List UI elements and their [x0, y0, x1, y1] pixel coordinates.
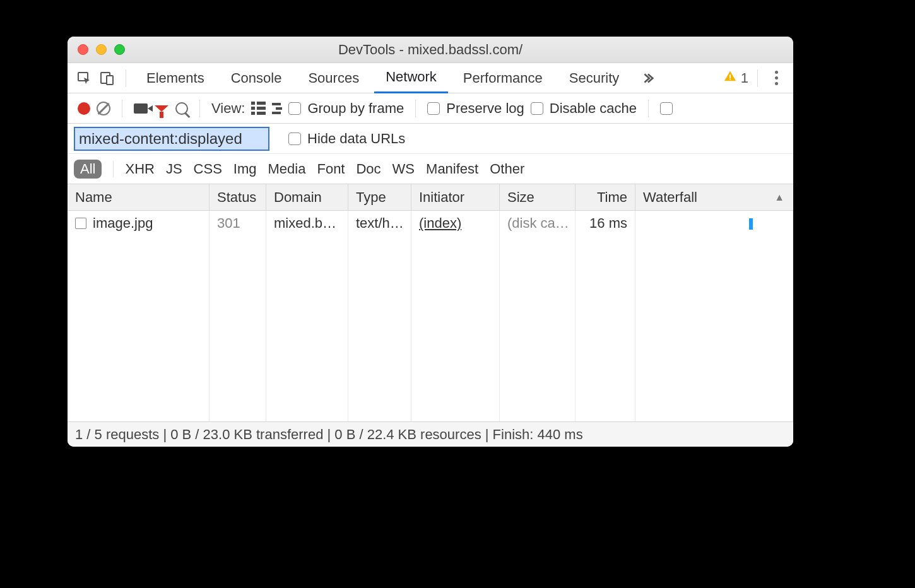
- filter-icon[interactable]: [154, 105, 169, 112]
- search-icon[interactable]: [175, 102, 188, 115]
- main-tabbar: Elements Console Sources Network Perform…: [68, 63, 793, 93]
- screenshots-icon[interactable]: [134, 103, 148, 114]
- cell-domain: mixed.b…: [266, 211, 348, 236]
- warnings-badge[interactable]: 1: [723, 69, 748, 87]
- titlebar: DevTools - mixed.badssl.com/: [68, 37, 793, 63]
- checkbox-icon: [660, 102, 673, 115]
- tab-network[interactable]: Network: [374, 63, 448, 93]
- type-filters: All XHR JS CSS Img Media Font Doc WS Man…: [68, 154, 793, 184]
- waterfall-bar: [749, 218, 753, 230]
- filter-doc[interactable]: Doc: [356, 161, 381, 177]
- cell-time: 16 ms: [576, 211, 635, 236]
- requests-table: Name Status Domain Type Initiator Size T…: [68, 184, 793, 421]
- preserve-log-option[interactable]: Preserve log: [427, 100, 524, 117]
- warning-icon: [723, 69, 737, 87]
- separator: [199, 100, 200, 117]
- file-icon: [75, 218, 86, 229]
- warnings-count: 1: [741, 70, 748, 86]
- cell-type: text/h…: [348, 211, 411, 236]
- group-by-frame-label: Group by frame: [307, 100, 404, 117]
- window-controls: [78, 44, 125, 55]
- disable-cache-option[interactable]: Disable cache: [531, 100, 637, 117]
- filter-all[interactable]: All: [74, 160, 102, 179]
- checkbox-icon: [427, 102, 440, 115]
- filter-bar: Hide data URLs: [68, 124, 793, 154]
- filter-media[interactable]: Media: [268, 161, 306, 177]
- filter-ws[interactable]: WS: [393, 161, 415, 177]
- tab-elements[interactable]: Elements: [135, 63, 216, 93]
- svg-rect-2: [107, 76, 113, 85]
- tab-performance[interactable]: Performance: [452, 63, 554, 93]
- separator: [113, 161, 114, 177]
- col-waterfall[interactable]: Waterfall ▲: [635, 184, 793, 210]
- filter-css[interactable]: CSS: [194, 161, 222, 177]
- devtools-window: DevTools - mixed.badssl.com/ Elements Co…: [68, 37, 793, 447]
- group-by-frame-option[interactable]: Group by frame: [288, 100, 404, 117]
- cell-size: (disk ca…: [500, 211, 576, 236]
- separator: [122, 100, 122, 117]
- tab-console[interactable]: Console: [220, 63, 293, 93]
- checkbox-icon: [288, 132, 301, 145]
- col-status[interactable]: Status: [210, 184, 266, 210]
- filter-js[interactable]: JS: [166, 161, 182, 177]
- cell-waterfall: [635, 211, 793, 236]
- network-toolbar: View: Group by frame Preserve log Disabl…: [68, 93, 793, 124]
- tab-sources[interactable]: Sources: [297, 63, 370, 93]
- separator: [757, 69, 758, 87]
- checkbox-icon: [531, 102, 543, 115]
- preserve-log-label: Preserve log: [446, 100, 524, 117]
- svg-rect-4: [729, 78, 731, 79]
- table-header: Name Status Domain Type Initiator Size T…: [68, 184, 793, 211]
- col-size[interactable]: Size: [500, 184, 576, 210]
- minimize-window-button[interactable]: [96, 44, 107, 55]
- filter-img[interactable]: Img: [233, 161, 257, 177]
- filter-font[interactable]: Font: [317, 161, 345, 177]
- more-options-icon[interactable]: [767, 69, 786, 88]
- more-tabs-icon[interactable]: [638, 69, 657, 88]
- table-body: image.jpg 301 mixed.b… text/h… (index) (…: [68, 211, 793, 421]
- cell-status: 301: [210, 211, 266, 236]
- record-button[interactable]: [78, 102, 90, 115]
- col-type[interactable]: Type: [348, 184, 411, 210]
- disable-cache-label: Disable cache: [550, 100, 637, 117]
- col-time[interactable]: Time: [576, 184, 635, 210]
- large-rows-icon[interactable]: [251, 102, 266, 115]
- tab-security[interactable]: Security: [558, 63, 630, 93]
- separator: [126, 69, 126, 87]
- col-domain[interactable]: Domain: [266, 184, 348, 210]
- clear-button[interactable]: [97, 102, 110, 115]
- hide-data-urls-option[interactable]: Hide data URLs: [288, 131, 405, 147]
- hide-data-urls-label: Hide data URLs: [307, 131, 405, 147]
- col-initiator[interactable]: Initiator: [411, 184, 500, 210]
- zoom-window-button[interactable]: [114, 44, 125, 55]
- svg-rect-3: [729, 74, 731, 78]
- sort-asc-icon: ▲: [774, 192, 784, 203]
- cell-initiator[interactable]: (index): [411, 211, 500, 236]
- close-window-button[interactable]: [78, 44, 88, 55]
- table-row[interactable]: image.jpg 301 mixed.b… text/h… (index) (…: [68, 211, 793, 236]
- view-label: View:: [211, 100, 245, 117]
- offline-option[interactable]: [660, 102, 673, 115]
- filter-xhr[interactable]: XHR: [125, 161, 154, 177]
- col-name[interactable]: Name: [68, 184, 210, 210]
- window-title: DevTools - mixed.badssl.com/: [68, 42, 793, 58]
- inspect-element-icon[interactable]: [75, 69, 94, 88]
- overview-icon[interactable]: [272, 103, 282, 114]
- separator: [648, 100, 649, 117]
- status-text: 1 / 5 requests | 0 B / 23.0 KB transferr…: [75, 426, 583, 443]
- filter-manifest[interactable]: Manifest: [426, 161, 478, 177]
- filter-input[interactable]: [74, 127, 269, 151]
- separator: [415, 100, 416, 117]
- status-bar: 1 / 5 requests | 0 B / 23.0 KB transferr…: [68, 421, 793, 447]
- checkbox-icon: [288, 102, 301, 115]
- filter-other[interactable]: Other: [490, 161, 524, 177]
- device-toolbar-icon[interactable]: [98, 69, 117, 88]
- cell-name: image.jpg: [68, 211, 210, 236]
